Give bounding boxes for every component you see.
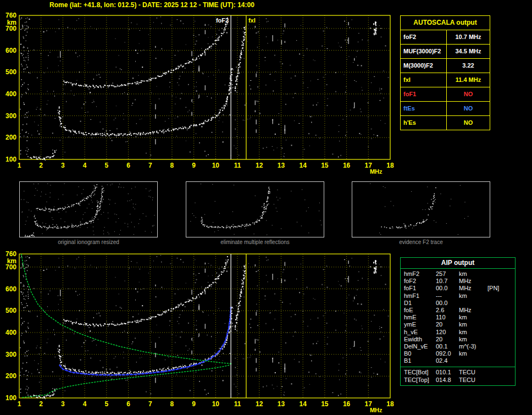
aip-row-fof1: foF100.0MHz[PN] bbox=[401, 285, 515, 292]
svg-text:5: 5 bbox=[104, 400, 108, 408]
svg-text:14: 14 bbox=[299, 400, 307, 408]
svg-text:3: 3 bbox=[61, 400, 65, 408]
svg-text:7: 7 bbox=[148, 400, 152, 408]
aip-row-b0: B0092.0km bbox=[401, 350, 515, 357]
aip-unit: m^(-3) bbox=[459, 343, 487, 350]
aip-tec-rows: TEC[Bot]010.1TECUTEC[Top]014.8TECU bbox=[401, 367, 515, 384]
aip-unit bbox=[459, 300, 487, 307]
aip-row-h-ve: h_vE120km bbox=[401, 329, 515, 336]
svg-text:12: 12 bbox=[256, 400, 263, 408]
aip-unit: km bbox=[459, 350, 487, 357]
aip-value: 010.1 bbox=[436, 368, 459, 376]
svg-text:400: 400 bbox=[5, 329, 16, 336]
autoscala-row-muf-3000-f2: MUF(3000)F234.5 MHz bbox=[401, 45, 490, 59]
thumbnail-1-caption: eliminate multiple reflections bbox=[186, 239, 324, 245]
aip-label: D1 bbox=[404, 300, 436, 307]
param-label: M(3000)F2 bbox=[401, 59, 447, 73]
aip-extra bbox=[487, 300, 515, 307]
aip-value: 00.0 bbox=[436, 300, 459, 307]
aip-table-rows: hmF2257kmfoF210.7MHzfoF100.0MHz[PN]hmF1-… bbox=[401, 270, 515, 365]
aip-row-fof2: foF210.7MHz bbox=[401, 278, 515, 285]
svg-text:18: 18 bbox=[386, 162, 394, 169]
svg-text:km: km bbox=[7, 19, 16, 26]
aip-label: TEC[Bot] bbox=[404, 368, 436, 376]
autoscala-table-rows: foF210.7 MHzMUF(3000)F234.5 MHzM(3000)F2… bbox=[401, 30, 490, 130]
param-value: NO bbox=[447, 102, 490, 115]
aip-unit: TECU bbox=[459, 376, 487, 384]
svg-text:1: 1 bbox=[18, 162, 21, 169]
aip-label: h_vE bbox=[404, 329, 436, 336]
aip-value: 092.0 bbox=[436, 350, 459, 357]
aip-extra bbox=[487, 376, 515, 384]
param-value: 10.7 MHz bbox=[447, 30, 490, 44]
aip-row-deln-ve: DelN_vE00.1m^(-3) bbox=[401, 343, 515, 350]
aip-output-table: AIP output hmF2257kmfoF210.7MHzfoF100.0M… bbox=[400, 257, 516, 386]
aip-extra bbox=[487, 336, 515, 343]
autoscala-screen: Rome (lat: +41.8, lon: 012.5) - DATE: 20… bbox=[0, 0, 532, 415]
aip-row-hme: hmE110km bbox=[401, 314, 515, 321]
svg-text:760: 760 bbox=[5, 12, 16, 19]
aip-row-d1: D100.0 bbox=[401, 300, 515, 307]
aip-row-tec-top-: TEC[Top]014.8TECU bbox=[401, 376, 515, 384]
thumbnail-0-caption: original ionogram resized bbox=[19, 239, 158, 245]
aip-label: foF1 bbox=[404, 285, 436, 292]
param-value: 34.5 MHz bbox=[447, 45, 490, 58]
thumbnail-eliminate-reflections bbox=[186, 181, 324, 237]
svg-text:km: km bbox=[7, 257, 16, 265]
thumbnail-2-canvas bbox=[352, 182, 490, 237]
aip-value: --- bbox=[436, 292, 459, 300]
svg-text:600: 600 bbox=[5, 47, 16, 54]
aip-value: 120 bbox=[436, 329, 459, 336]
svg-text:16: 16 bbox=[343, 162, 351, 169]
aip-value: 20 bbox=[436, 321, 459, 328]
aip-extra bbox=[487, 321, 515, 328]
svg-text:300: 300 bbox=[5, 112, 16, 120]
svg-text:2: 2 bbox=[39, 400, 43, 408]
svg-text:7: 7 bbox=[148, 162, 152, 169]
svg-text:foF2: foF2 bbox=[216, 17, 229, 24]
aip-row-foe: foE2.6MHz bbox=[401, 307, 515, 314]
svg-text:11: 11 bbox=[234, 162, 241, 169]
aip-label: foF2 bbox=[404, 278, 436, 285]
svg-text:15: 15 bbox=[321, 162, 329, 169]
svg-text:300: 300 bbox=[5, 351, 16, 358]
svg-text:3: 3 bbox=[61, 162, 65, 169]
svg-text:400: 400 bbox=[5, 90, 16, 98]
svg-text:600: 600 bbox=[5, 285, 16, 293]
autoscala-row-ftes: ftEsNO bbox=[401, 102, 490, 116]
autoscala-row-h-es: h'EsNO bbox=[401, 116, 490, 130]
svg-text:8: 8 bbox=[170, 400, 174, 408]
svg-text:MHz: MHz bbox=[370, 407, 383, 413]
svg-text:13: 13 bbox=[278, 162, 285, 169]
thumbnail-2-caption: evidence F2 trace bbox=[352, 239, 490, 245]
aip-label: B1 bbox=[404, 357, 436, 364]
aip-extra bbox=[487, 292, 515, 300]
aip-label: hmF1 bbox=[404, 292, 436, 300]
thumbnail-1-canvas bbox=[186, 182, 324, 237]
aip-value: 257 bbox=[436, 270, 459, 278]
aip-unit: TECU bbox=[459, 368, 487, 376]
svg-text:4: 4 bbox=[83, 162, 87, 169]
aip-value: 20 bbox=[436, 336, 459, 343]
aip-value: 00.1 bbox=[436, 343, 459, 350]
aip-label: B0 bbox=[404, 350, 436, 357]
param-value: NO bbox=[447, 116, 490, 130]
aip-extra bbox=[487, 329, 515, 336]
param-label: foF1 bbox=[401, 87, 447, 101]
aip-value: 02.4 bbox=[436, 357, 459, 364]
svg-text:8: 8 bbox=[170, 162, 174, 169]
aip-extra bbox=[487, 314, 515, 321]
aip-extra bbox=[487, 343, 515, 350]
aip-unit: km bbox=[459, 321, 487, 328]
autoscala-row-fof2: foF210.7 MHz bbox=[401, 30, 490, 45]
top-ionogram-plot: 100200300400500600700760km12345678910111… bbox=[0, 10, 398, 176]
aip-value: 10.7 bbox=[436, 278, 459, 285]
aip-unit: km bbox=[459, 336, 487, 343]
svg-text:MHz: MHz bbox=[370, 168, 383, 175]
aip-label: DelN_vE bbox=[404, 343, 436, 350]
aip-row-hmf1: hmF1---km bbox=[401, 292, 515, 300]
svg-text:5: 5 bbox=[104, 162, 108, 169]
svg-text:100: 100 bbox=[5, 156, 16, 163]
aip-row-yme: ymE20km bbox=[401, 321, 515, 328]
svg-text:500: 500 bbox=[5, 307, 16, 314]
